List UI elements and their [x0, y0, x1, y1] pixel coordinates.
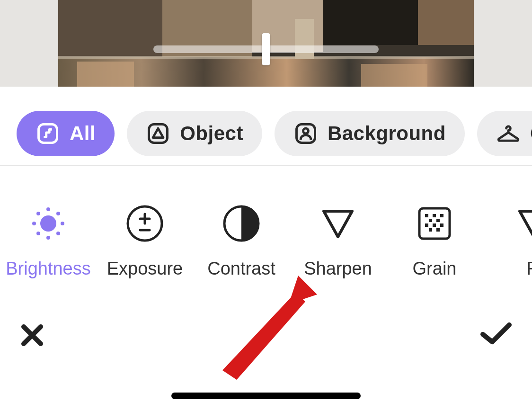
filter-tab-label: All: [70, 122, 96, 145]
exposure-icon: [125, 204, 165, 243]
fine-sharpen-icon: [514, 204, 532, 243]
filter-tab-bar: All Object Background Cl: [0, 87, 532, 166]
portrait-icon: [293, 121, 318, 146]
tool-label: Exposure: [107, 259, 183, 279]
svg-point-9: [36, 212, 40, 215]
tool-brightness[interactable]: Brightness: [0, 204, 97, 279]
contrast-icon: [222, 204, 261, 243]
tool-grain[interactable]: Grain: [386, 204, 483, 279]
tool-label: Brightness: [6, 259, 91, 279]
layers-icon: [35, 121, 60, 146]
svg-rect-19: [429, 219, 432, 222]
filter-tab-all[interactable]: All: [17, 111, 115, 156]
svg-point-4: [40, 215, 56, 232]
svg-rect-22: [433, 223, 436, 227]
brightness-icon: [28, 204, 68, 243]
confirm-button[interactable]: [479, 320, 513, 348]
filter-tab-background[interactable]: Background: [275, 111, 465, 156]
svg-point-12: [56, 232, 60, 235]
tool-label: Fi: [526, 259, 532, 279]
svg-rect-18: [440, 214, 443, 217]
svg-rect-20: [436, 219, 440, 222]
adjustment-tools-row: Brightness Exposure Contrast Sharpen: [0, 166, 532, 279]
tool-contrast[interactable]: Contrast: [193, 204, 290, 279]
svg-marker-27: [289, 276, 317, 304]
bottom-bar: [0, 307, 532, 411]
svg-rect-21: [425, 223, 428, 227]
filter-tab-label: Object: [180, 122, 243, 145]
sharpen-icon: [318, 204, 358, 243]
hanger-icon: [496, 121, 521, 146]
cancel-button[interactable]: [19, 322, 45, 350]
svg-rect-1: [149, 125, 168, 143]
tool-fine[interactable]: Fi: [486, 204, 532, 279]
svg-point-10: [56, 212, 60, 215]
tool-label: Grain: [413, 259, 457, 279]
tool-label: Sharpen: [304, 259, 372, 279]
svg-point-8: [61, 222, 64, 225]
tool-sharpen[interactable]: Sharpen: [290, 204, 386, 279]
svg-point-5: [46, 207, 50, 211]
svg-rect-23: [440, 223, 443, 227]
svg-point-3: [303, 128, 308, 134]
filter-tab-clothing[interactable]: Cl: [477, 111, 532, 156]
svg-rect-25: [436, 228, 440, 232]
triangle-box-icon: [146, 121, 170, 146]
tool-label: Contrast: [207, 259, 275, 279]
svg-rect-24: [429, 228, 432, 232]
tool-exposure[interactable]: Exposure: [97, 204, 193, 279]
svg-point-11: [36, 232, 40, 235]
image-preview: [0, 0, 532, 87]
home-indicator: [171, 393, 361, 399]
svg-point-7: [32, 222, 36, 225]
svg-rect-16: [425, 214, 428, 217]
adjustment-slider-thumb[interactable]: [262, 33, 270, 65]
filter-tab-label: Background: [328, 122, 446, 145]
svg-rect-17: [433, 214, 436, 217]
svg-point-6: [46, 236, 50, 240]
filter-tab-object[interactable]: Object: [127, 111, 262, 156]
grain-icon: [415, 204, 454, 243]
filter-tab-label: Cl: [530, 122, 532, 145]
